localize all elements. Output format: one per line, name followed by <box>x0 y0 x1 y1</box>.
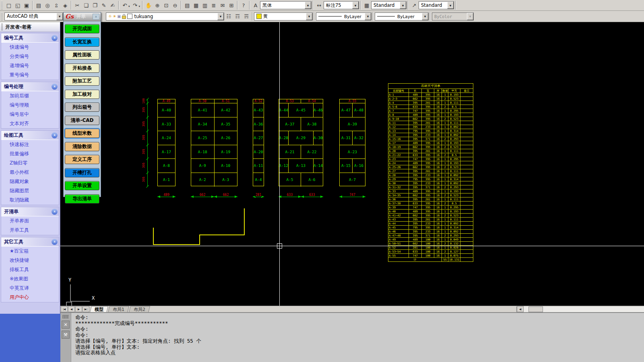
panel-cell-A-46[interactable]: A-46 <box>314 103 323 117</box>
lineweight-select[interactable]: ByLayer ▼ <box>375 12 429 21</box>
sidebar-item-快速标注[interactable]: 快速标注 <box>1 140 59 149</box>
chevron-down-icon[interactable]: ▼ <box>56 13 63 20</box>
undo-icon[interactable]: ↶ <box>120 1 129 10</box>
sidebar-section-header[interactable]: 其它工具« <box>1 237 59 247</box>
panel-cell-A-37[interactable]: A-37 <box>279 117 301 131</box>
sidebar-item-※效果图[interactable]: ※效果图 <box>1 274 59 284</box>
model-space-canvas[interactable]: YX 石材尺寸清单石材编号长宽厚数量平方备注A-14893951610.193A… <box>60 22 644 306</box>
panel-cell-A-22[interactable]: A-22 <box>301 145 323 159</box>
chevron-down-icon[interactable]: ▼ <box>400 2 406 9</box>
chevron-down-icon[interactable]: ▼ <box>305 2 311 9</box>
scrollbar-thumb[interactable] <box>528 306 543 312</box>
sidebar-item-分类编号[interactable]: 分类编号 <box>1 52 59 61</box>
block-editor-icon[interactable]: ✍ <box>108 1 117 10</box>
panel-cell-A-4[interactable]: A-4 <box>253 173 264 187</box>
panel-cell-A-31[interactable]: A-31 <box>340 131 353 145</box>
chevron-down-icon[interactable]: ▼ <box>422 13 428 20</box>
panel-cell-A-24[interactable]: A-24 <box>158 131 175 145</box>
copy-icon[interactable]: ❏ <box>82 1 91 10</box>
panel-cell-A-39[interactable]: A-39 <box>340 117 365 131</box>
zoom-window-icon[interactable]: ⊡ <box>162 1 171 10</box>
toolbar-grip[interactable] <box>1 12 3 21</box>
panel-cell-A-21[interactable]: A-21 <box>279 145 301 159</box>
palette-button-开完成面[interactable]: 开完成面 <box>65 24 99 33</box>
cut-icon[interactable]: ✂ <box>73 1 82 10</box>
sidebar-item-隐藏图层[interactable]: 隐藏图层 <box>1 186 59 195</box>
panel-cell-A-30[interactable]: A-30 <box>314 131 323 145</box>
panel-cell-A-48[interactable]: A-48 <box>353 103 365 117</box>
chevron-down-icon[interactable]: ▼ <box>365 13 371 20</box>
paste-icon[interactable]: ❐ <box>91 1 99 10</box>
tab-nav-icon[interactable]: ▶ <box>75 306 82 312</box>
tool-palettes-icon[interactable]: ▥ <box>200 1 209 10</box>
layer-properties-icon[interactable]: ☷ <box>224 12 233 21</box>
panel-cell-A-3[interactable]: A-3 <box>215 173 237 187</box>
palette-button-开粘接条[interactable]: 开粘接条 <box>65 64 99 73</box>
layer-freeze-sun-icon[interactable]: ☀ <box>113 14 116 19</box>
wrench-icon[interactable]: ⚒ <box>62 331 70 339</box>
linetype-select[interactable]: ByLayer ▼ <box>316 12 372 21</box>
tab-nav-icon[interactable]: ▶| <box>83 306 89 312</box>
panel-group-3[interactable]: A-53A-54A-44A-45A-46A-37A-38A-28A-29A-30… <box>279 99 323 186</box>
publish-icon[interactable]: ⇫ <box>52 1 61 10</box>
sidebar-item-改快捷键[interactable]: 改快捷键 <box>1 256 59 265</box>
print-preview-icon[interactable]: ◎ <box>43 1 52 10</box>
panel-group-4[interactable]: A-55A-47A-48A-39A-31A-32A-23A-15A-16A-7 <box>339 99 365 186</box>
scroll-left-icon[interactable]: ◀ <box>517 306 524 312</box>
sidebar-item-隐藏对象[interactable]: 隐藏对象 <box>1 177 59 186</box>
match-properties-icon[interactable]: ✎ <box>99 1 108 10</box>
save-icon[interactable]: ▣ <box>22 1 31 10</box>
table-style-icon[interactable]: ▦ <box>362 1 371 10</box>
panel-cell-A-41[interactable]: A-41 <box>191 103 215 117</box>
panel-cell-A-32[interactable]: A-32 <box>353 131 365 145</box>
panel-cell-A-35[interactable]: A-35 <box>215 117 237 131</box>
dim-style-icon[interactable]: ↔ <box>315 1 324 10</box>
color-select[interactable]: 黄 ▼ <box>254 12 313 21</box>
sidebar-section-header[interactable]: 编号处理« <box>1 82 59 91</box>
panel-cell-A-1[interactable]: A-1 <box>158 173 175 187</box>
layer-color-swatch[interactable] <box>127 14 132 19</box>
palette-button-清除数据[interactable]: 清除数据 <box>65 142 99 151</box>
layer-states-icon[interactable]: ☶ <box>233 12 242 21</box>
palette-button-导出清单[interactable]: 导出清单 <box>65 194 99 204</box>
design-center-icon[interactable]: ▦ <box>192 1 200 10</box>
sheet-set-manager-icon[interactable]: ≣ <box>209 1 218 10</box>
panel-cell-A-7[interactable]: A-7 <box>340 173 365 187</box>
sidebar-item-批量偏移[interactable]: 批量偏移 <box>1 149 59 158</box>
sidebar-item-重号编号[interactable]: 重号编号 <box>1 70 59 80</box>
command-history[interactable]: 命令:*************完成编号***********命令:命令:请选择… <box>71 313 644 362</box>
sidebar-section-header[interactable]: 绘图工具« <box>1 131 59 140</box>
panel-cell-A-5[interactable]: A-5 <box>279 173 301 187</box>
panel-cell-A-43[interactable]: A-43 <box>253 103 264 117</box>
panel-cell-A-44[interactable]: A-44 <box>279 103 289 117</box>
sidebar-item-编号居中[interactable]: 编号居中 <box>1 110 59 119</box>
layer-previous-icon[interactable]: ☴ <box>242 12 251 21</box>
panel-header-cell[interactable]: A-51 <box>215 99 237 103</box>
panel-cell-A-10[interactable]: A-10 <box>215 159 237 173</box>
pan-icon[interactable]: ✋ <box>144 1 153 10</box>
sidebar-item-文本对齐[interactable]: 文本对齐 <box>1 119 59 128</box>
redo-icon[interactable]: ↷ <box>131 1 140 10</box>
new-icon[interactable]: □ <box>4 1 13 10</box>
panel-cell-A-15[interactable]: A-15 <box>340 159 353 173</box>
chevron-down-icon[interactable]: ▼ <box>306 13 312 20</box>
layer-lock-icon[interactable] <box>122 16 126 19</box>
mleader-style-select[interactable]: Standard▼ <box>419 1 454 9</box>
panel-cell-A-9[interactable]: A-9 <box>191 159 215 173</box>
sidebar-section-header[interactable]: 编号工具« <box>1 33 59 43</box>
close-icon[interactable]: ✕ <box>62 321 70 329</box>
markup-icon[interactable]: ✉ <box>218 1 227 10</box>
layer-vp-freeze-icon[interactable]: ▣ <box>117 14 121 19</box>
yellow-polyline[interactable] <box>153 208 244 245</box>
panel-cell-A-2[interactable]: A-2 <box>191 173 215 187</box>
palette-button-列出箱号[interactable]: 列出箱号 <box>65 103 99 112</box>
chevron-down-icon[interactable]: ▼ <box>352 2 359 9</box>
dim-style-select[interactable]: 标注75▼ <box>324 1 359 9</box>
panel-cell-A-13[interactable]: A-13 <box>289 159 314 173</box>
collapse-chevron-icon[interactable]: « <box>52 132 58 138</box>
zoom-previous-icon[interactable]: ⊖ <box>171 1 180 10</box>
panel-cell-A-23[interactable]: A-23 <box>340 145 365 159</box>
sidebar-item-取消隐藏[interactable]: 取消隐藏 <box>1 195 59 205</box>
panel-cell-A-6[interactable]: A-6 <box>301 173 323 187</box>
panel-cell-A-29[interactable]: A-29 <box>289 131 314 145</box>
